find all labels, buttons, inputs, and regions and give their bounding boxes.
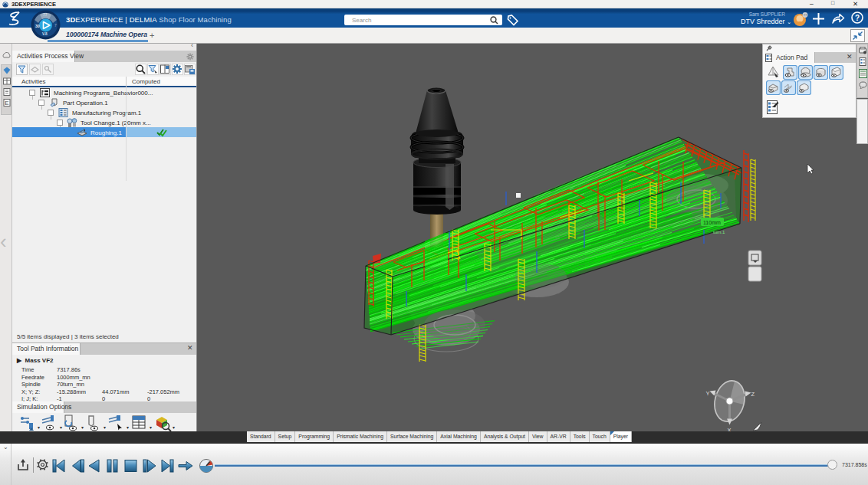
- svg-text:V.8: V.8: [42, 32, 48, 36]
- svg-text:30: 30: [35, 24, 40, 28]
- svg-text:turn.1: turn.1: [713, 230, 725, 234]
- svg-text:E: E: [5, 100, 8, 107]
- svg-text:7: 7: [54, 23, 57, 28]
- svg-text:Y: Y: [706, 390, 710, 397]
- svg-text:77: 77: [43, 12, 48, 17]
- svg-text:Z: Z: [751, 391, 755, 398]
- svg-text:?: ?: [855, 14, 860, 22]
- svg-text:110mm: 110mm: [703, 220, 721, 225]
